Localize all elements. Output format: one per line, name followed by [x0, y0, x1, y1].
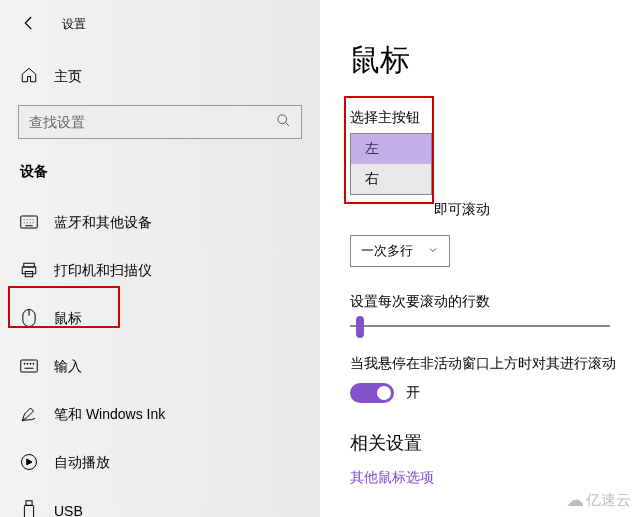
back-arrow-icon[interactable] — [20, 14, 38, 35]
chevron-down-icon — [427, 244, 439, 259]
svg-rect-13 — [24, 505, 33, 517]
primary-button-label: 选择主按钮 — [350, 109, 637, 127]
slider-thumb[interactable] — [356, 316, 364, 338]
pen-icon — [20, 405, 38, 426]
sidebar-item-label: 鼠标 — [54, 310, 82, 328]
sidebar-item-label: 自动播放 — [54, 454, 110, 472]
watermark: ☁ 亿速云 — [566, 489, 631, 511]
svg-rect-2 — [24, 263, 35, 267]
settings-title: 设置 — [62, 16, 86, 33]
mouse-icon — [20, 308, 38, 331]
related-settings-title: 相关设置 — [350, 431, 637, 455]
home-icon — [20, 66, 38, 87]
sidebar-item-label: USB — [54, 503, 83, 517]
sidebar-item-printers[interactable]: 打印机和扫描仪 — [0, 247, 320, 295]
scroll-mode-label: 滚动鼠标滚轮即可滚动 — [350, 201, 637, 219]
sidebar-item-bluetooth[interactable]: 蓝牙和其他设备 — [0, 199, 320, 247]
sidebar-item-autoplay[interactable]: 自动播放 — [0, 439, 320, 487]
svg-rect-6 — [21, 360, 38, 372]
svg-rect-12 — [26, 500, 32, 505]
svg-point-10 — [33, 363, 34, 364]
sidebar-item-home[interactable]: 主页 — [0, 66, 320, 87]
sidebar-item-pen[interactable]: 笔和 Windows Ink — [0, 391, 320, 439]
search-box[interactable] — [18, 105, 302, 139]
main-content: 鼠标 选择主按钮 左 右 滚动鼠标滚轮即可滚动 一次多行 设置每次要滚动的行数 … — [320, 0, 637, 517]
scroll-mode-select[interactable]: 一次多行 — [350, 235, 450, 267]
search-icon — [276, 113, 291, 131]
usb-icon — [20, 500, 38, 518]
printer-icon — [20, 261, 38, 282]
dropdown-option-right[interactable]: 右 — [351, 164, 431, 194]
svg-point-8 — [27, 363, 28, 364]
typing-icon — [20, 359, 38, 376]
cloud-icon: ☁ — [566, 489, 584, 511]
section-label: 设备 — [0, 163, 320, 181]
page-title: 鼠标 — [350, 40, 637, 81]
sidebar: 设置 主页 设备 蓝牙和其他设备 打印机和扫描仪 鼠标 — [0, 0, 320, 517]
toggle-label: 开 — [406, 384, 420, 402]
hover-toggle[interactable] — [350, 383, 394, 403]
svg-point-9 — [30, 363, 31, 364]
autoplay-icon — [20, 453, 38, 474]
sidebar-item-typing[interactable]: 输入 — [0, 343, 320, 391]
keyboard-icon — [20, 215, 38, 232]
toggle-knob — [377, 386, 391, 400]
sidebar-item-label: 打印机和扫描仪 — [54, 262, 152, 280]
hover-scroll-label: 当我悬停在非活动窗口上方时对其进行滚动 — [350, 355, 637, 373]
sidebar-item-label: 输入 — [54, 358, 82, 376]
rows-slider[interactable] — [350, 325, 610, 327]
sidebar-item-label: 笔和 Windows Ink — [54, 406, 165, 424]
svg-point-0 — [278, 115, 287, 124]
hover-toggle-row: 开 — [350, 383, 637, 403]
primary-button-dropdown[interactable]: 左 右 — [350, 133, 432, 195]
svg-rect-3 — [22, 267, 36, 274]
svg-point-7 — [24, 363, 25, 364]
sidebar-item-mouse[interactable]: 鼠标 — [0, 295, 320, 343]
other-mouse-options-link[interactable]: 其他鼠标选项 — [350, 469, 637, 487]
scroll-mode-value: 一次多行 — [361, 242, 413, 260]
search-input[interactable] — [29, 114, 276, 130]
rows-per-scroll-label: 设置每次要滚动的行数 — [350, 293, 637, 311]
header-row: 设置 — [0, 10, 320, 38]
sidebar-item-label: 蓝牙和其他设备 — [54, 214, 152, 232]
dropdown-option-left[interactable]: 左 — [351, 134, 431, 164]
home-label: 主页 — [54, 68, 82, 86]
sidebar-item-usb[interactable]: USB — [0, 487, 320, 517]
